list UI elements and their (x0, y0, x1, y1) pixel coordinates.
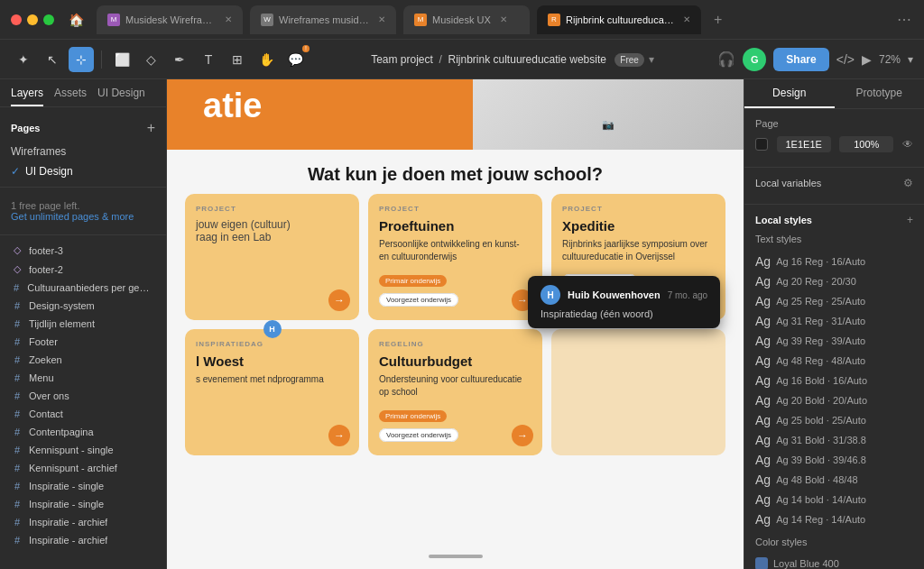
canvas-area[interactable]: atie 📷 Wat kun je doen met jouw school? … (167, 79, 744, 569)
text-style-label: Ag 20 Bold · 20/Auto (776, 395, 867, 406)
text-style-label: Ag 48 Reg · 48/Auto (776, 355, 865, 366)
layer-item[interactable]: #Inspiratie - single (0, 495, 166, 513)
text-style-preview: Ag (755, 353, 771, 368)
badge-voorgezet-1: Voorgezet onderwijs (379, 293, 458, 307)
tab-close-1[interactable]: ✕ (225, 14, 232, 24)
select-tool[interactable]: ⊹ (69, 47, 94, 72)
breadcrumb-page[interactable]: Rijnbrink cultuureducatie website (448, 53, 606, 66)
shape-tool[interactable]: ◇ (138, 47, 163, 72)
browser-tab-2[interactable]: W Wireframes musidesk - Musidesk Wirefra… (250, 5, 396, 34)
text-style-preview: Ag (755, 274, 771, 289)
upgrade-message: 1 free page left. Get unlimited pages & … (0, 193, 166, 229)
zoom-level[interactable]: 72% (879, 53, 901, 66)
share-button[interactable]: Share (773, 48, 828, 71)
hash-icon: # (11, 481, 23, 491)
hash-icon: # (11, 318, 23, 329)
browser-menu-icon[interactable]: ⋯ (897, 11, 913, 28)
play-icon[interactable]: ▶ (862, 52, 872, 67)
sidebar-tab-assets[interactable]: Assets (54, 87, 87, 106)
zoom-chevron-icon[interactable]: ▾ (908, 53, 913, 66)
browser-tab-3[interactable]: M Musidesk UX ✕ (403, 5, 530, 34)
right-panel-tabs: Design Prototype (744, 79, 924, 109)
card-empty (551, 329, 725, 455)
diamond-icon: ◇ (11, 263, 23, 275)
figma-logo-button[interactable]: ✦ (11, 47, 36, 72)
layer-item[interactable]: #Menu (0, 369, 166, 387)
text-style-preview: Ag (755, 334, 771, 348)
tab-close-3[interactable]: ✕ (500, 14, 507, 24)
page-color-value[interactable]: 1E1E1E (777, 136, 831, 152)
layer-item[interactable]: #Inspiratie - single (0, 477, 166, 495)
layer-item[interactable]: ◇footer-2 (0, 260, 166, 279)
tab-close-2[interactable]: ✕ (378, 14, 385, 24)
layer-label: Tijdlijn element (29, 318, 95, 329)
layer-item[interactable]: #Kennispunt - single (0, 441, 166, 459)
layer-item[interactable]: #Inspiratie - archief (0, 513, 166, 531)
page-item-wireframes[interactable]: Wireframes (0, 142, 166, 161)
component-tool[interactable]: ⊞ (225, 47, 250, 72)
pen-tool[interactable]: ✒ (167, 47, 192, 72)
headphone-icon[interactable]: 🎧 (717, 50, 735, 68)
sidebar-tab-layers[interactable]: Layers (11, 87, 43, 106)
minimize-button[interactable] (27, 14, 38, 25)
hash-icon: # (11, 517, 23, 528)
page-color-swatch[interactable] (755, 138, 768, 151)
page-opacity-value[interactable]: 100% (839, 136, 893, 152)
add-page-button[interactable]: + (147, 120, 155, 136)
layer-item[interactable]: #Cultuuraanbieders per gemeente (0, 279, 166, 297)
frame-tool[interactable]: ⬜ (109, 47, 134, 72)
layer-item[interactable]: #Inspiratie - archief (0, 531, 166, 549)
layer-item[interactable]: #Tijdlijn element (0, 315, 166, 333)
window-controls (11, 14, 54, 25)
layers-list: ◇footer-3◇footer-2#Cultuuraanbieders per… (0, 241, 166, 549)
code-icon[interactable]: </> (836, 52, 855, 67)
layer-item[interactable]: #Kennispunt - archief (0, 459, 166, 477)
page-item-ui-design[interactable]: ✓ UI Design (0, 161, 166, 181)
hash-icon: # (11, 390, 23, 401)
diamond-icon: ◇ (11, 244, 23, 256)
add-style-button[interactable]: + (907, 214, 913, 226)
maximize-button[interactable] (43, 14, 54, 25)
text-style-preview: Ag (755, 393, 771, 408)
text-styles-title: Text styles (755, 234, 913, 244)
layer-item[interactable]: #Contact (0, 405, 166, 423)
rp-tab-prototype[interactable]: Prototype (835, 79, 925, 108)
badge-primair-2: Primair onderwijs (379, 410, 447, 422)
card-r2-1-title: Cultuurbudget (379, 353, 531, 369)
hand-tool[interactable]: ✋ (254, 47, 279, 72)
horizontal-scrollbar[interactable] (429, 555, 483, 558)
text-style-item: AgAg 25 Reg · 25/Auto (755, 291, 913, 311)
tab-label-1: Musidesk Wireframes (125, 14, 216, 25)
rp-tab-design[interactable]: Design (744, 79, 835, 108)
move-tool[interactable]: ↖ (40, 47, 65, 72)
card-0-arrow[interactable]: → (328, 289, 350, 311)
upgrade-link[interactable]: Get unlimited pages & more (11, 211, 134, 222)
layer-item[interactable]: #Design-system (0, 297, 166, 315)
sidebar-tab-ui-design[interactable]: UI Design (97, 87, 145, 106)
card-r2-0-arrow[interactable]: → (328, 425, 350, 446)
layer-item[interactable]: #Footer (0, 333, 166, 351)
layer-item[interactable]: #Zoeken (0, 351, 166, 369)
layer-item[interactable]: #Contentpagina (0, 423, 166, 441)
local-variables-icon[interactable]: ⚙ (903, 177, 913, 189)
layer-label: Footer (29, 336, 58, 347)
home-icon[interactable]: 🏠 (69, 13, 84, 27)
layer-item[interactable]: ◇footer-3 (0, 241, 166, 260)
text-style-label: Ag 25 Reg · 25/Auto (776, 296, 865, 307)
tab-favicon-1: M (107, 14, 120, 26)
sidebar-tab-bar: Layers Assets UI Design (0, 79, 166, 107)
hash-icon: # (11, 535, 23, 546)
chevron-down-icon[interactable]: ▾ (649, 53, 654, 66)
layer-item[interactable]: #Over ons (0, 387, 166, 405)
comment-tool[interactable]: 💬 ! (282, 47, 308, 72)
browser-tab-4[interactable]: R Rijnbrink cultuureducatie website ✕ (537, 5, 701, 34)
close-button[interactable] (11, 14, 22, 25)
card-1-tag: PROJECT (379, 205, 531, 213)
text-style-preview: Ag (755, 314, 771, 328)
text-tool[interactable]: T (196, 47, 221, 72)
browser-tab-1[interactable]: M Musidesk Wireframes ✕ (97, 5, 243, 34)
tab-close-4[interactable]: ✕ (683, 14, 690, 24)
visibility-icon[interactable]: 👁 (902, 138, 913, 151)
add-tab-button[interactable]: + (708, 12, 727, 28)
card-r2-1-arrow[interactable]: → (512, 425, 533, 446)
